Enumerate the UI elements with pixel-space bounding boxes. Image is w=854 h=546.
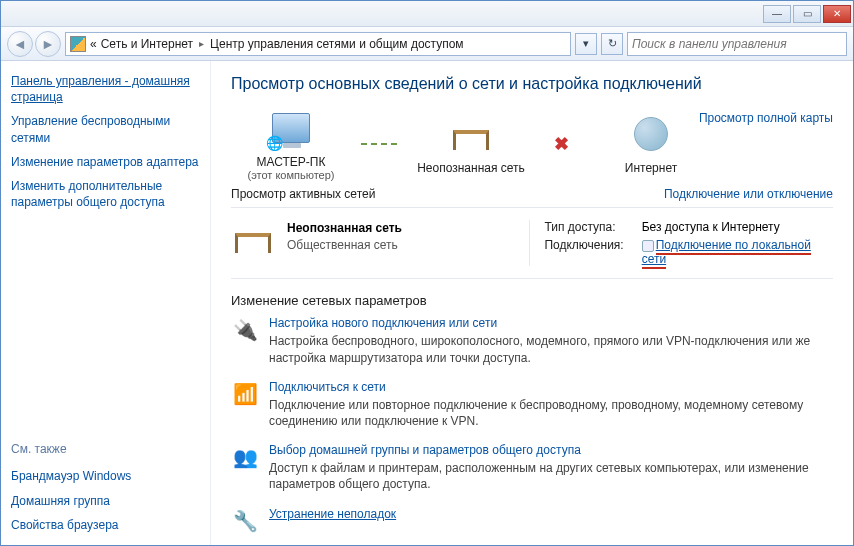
active-networks-heading: Просмотр активных сетей <box>231 187 375 201</box>
address-dropdown[interactable]: ▾ <box>575 33 597 55</box>
setting-homegroup[interactable]: 👥 Выбор домашней группы и параметров общ… <box>231 443 833 492</box>
close-button[interactable]: ✕ <box>823 5 851 23</box>
network-settings: Изменение сетевых параметров 🔌 Настройка… <box>231 293 833 534</box>
access-type-value: Без доступа к Интернету <box>642 220 833 234</box>
breadcrumb-network[interactable]: Сеть и Интернет <box>101 37 193 51</box>
sidebar-item-browser-props[interactable]: Свойства браузера <box>11 517 200 533</box>
globe-icon <box>634 117 668 151</box>
maximize-button[interactable]: ▭ <box>793 5 821 23</box>
network-overlay-icon: 🌐 <box>266 135 283 151</box>
titlebar: — ▭ ✕ <box>1 1 853 27</box>
sidebar: Панель управления - домашняя страница Уп… <box>1 61 211 545</box>
connection-line-1 <box>361 143 401 145</box>
page-title: Просмотр основных сведений о сети и наст… <box>231 75 833 93</box>
node-this-pc: 🌐 МАСТЕР-ПК (этот компьютер) <box>231 107 351 181</box>
window: — ▭ ✕ ◄ ► « Сеть и Интернет ▸ Центр упра… <box>0 0 854 546</box>
network-map: 🌐 МАСТЕР-ПК (этот компьютер) Неопознанна… <box>231 107 833 181</box>
breadcrumb-pre: « <box>90 37 97 51</box>
minimize-button[interactable]: — <box>763 5 791 23</box>
new-connection-icon: 🔌 <box>231 316 259 344</box>
setting-title[interactable]: Настройка нового подключения или сети <box>269 316 497 330</box>
node-internet-label: Интернет <box>625 161 677 175</box>
node-pc-sublabel: (этот компьютер) <box>247 169 334 181</box>
setting-desc: Доступ к файлам и принтерам, расположенн… <box>269 460 833 492</box>
troubleshoot-icon: 🔧 <box>231 507 259 535</box>
control-panel-icon <box>70 36 86 52</box>
homegroup-icon: 👥 <box>231 443 259 471</box>
settings-heading: Изменение сетевых параметров <box>231 293 833 308</box>
ethernet-icon <box>642 240 654 252</box>
setting-troubleshoot[interactable]: 🔧 Устранение неполадок <box>231 507 833 535</box>
search-box[interactable] <box>627 32 847 56</box>
active-network-name: Неопознанная сеть <box>287 220 402 236</box>
lan-connection-link[interactable]: Подключение по локальной сети <box>642 238 811 269</box>
search-input[interactable] <box>632 37 842 51</box>
sidebar-item-adapter-settings[interactable]: Изменение параметров адаптера <box>11 154 200 170</box>
toolbar: ◄ ► « Сеть и Интернет ▸ Центр управления… <box>1 27 853 61</box>
setting-title[interactable]: Подключиться к сети <box>269 380 386 394</box>
sidebar-item-firewall[interactable]: Брандмауэр Windows <box>11 468 200 484</box>
see-also-heading: См. также <box>11 442 200 456</box>
node-unknown-network: Неопознанная сеть <box>411 113 531 175</box>
connection-broken-icon: ✖ <box>541 133 581 155</box>
setting-title[interactable]: Устранение неполадок <box>269 507 396 521</box>
setting-new-connection[interactable]: 🔌 Настройка нового подключения или сети … <box>231 316 833 365</box>
connect-network-icon: 📶 <box>231 380 259 408</box>
access-type-label: Тип доступа: <box>544 220 623 234</box>
address-bar[interactable]: « Сеть и Интернет ▸ Центр управления сет… <box>65 32 571 56</box>
node-pc-label: МАСТЕР-ПК <box>257 155 326 169</box>
sidebar-item-homegroup[interactable]: Домашняя группа <box>11 493 200 509</box>
breadcrumb-sharing-center[interactable]: Центр управления сетями и общим доступом <box>210 37 464 51</box>
connect-disconnect-link[interactable]: Подключение или отключение <box>664 187 833 201</box>
refresh-button[interactable]: ↻ <box>601 33 623 55</box>
body: Панель управления - домашняя страница Уп… <box>1 61 853 545</box>
connections-label: Подключения: <box>544 238 623 266</box>
back-button[interactable]: ◄ <box>7 31 33 57</box>
content: Просмотр основных сведений о сети и наст… <box>211 61 853 545</box>
setting-title[interactable]: Выбор домашней группы и параметров общег… <box>269 443 581 457</box>
sidebar-item-wireless[interactable]: Управление беспроводными сетями <box>11 113 200 145</box>
setting-desc: Подключение или повторное подключение к … <box>269 397 833 429</box>
bench-icon <box>453 130 489 150</box>
setting-connect-network[interactable]: 📶 Подключиться к сети Подключение или по… <box>231 380 833 429</box>
node-internet: Интернет <box>591 113 711 175</box>
sidebar-home-link[interactable]: Панель управления - домашняя страница <box>11 73 200 105</box>
active-network-type[interactable]: Общественная сеть <box>287 237 402 253</box>
active-network-block: Неопознанная сеть Общественная сеть Тип … <box>231 207 833 279</box>
node-unknown-label: Неопознанная сеть <box>417 161 525 175</box>
chevron-right-icon: ▸ <box>197 38 206 49</box>
bench-icon <box>235 233 271 253</box>
sidebar-item-advanced-sharing[interactable]: Изменить дополнительные параметры общего… <box>11 178 200 210</box>
forward-button[interactable]: ► <box>35 31 61 57</box>
setting-desc: Настройка беспроводного, широкополосного… <box>269 333 833 365</box>
